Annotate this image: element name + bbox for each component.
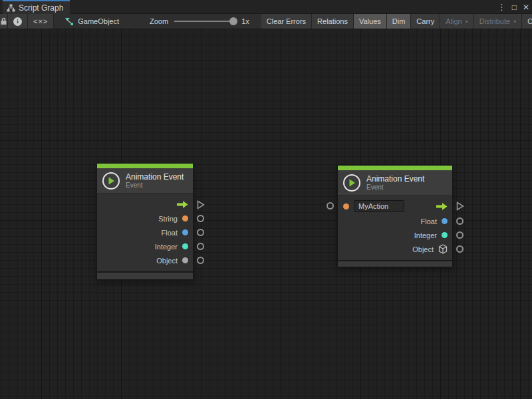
port-row-object: Object xyxy=(338,242,452,256)
node-header[interactable]: Animation Event Event xyxy=(97,168,193,194)
event-play-icon xyxy=(102,172,120,190)
integer-output-port[interactable] xyxy=(197,243,204,250)
overview-button[interactable]: Overv xyxy=(522,14,532,29)
integer-type-dot xyxy=(182,243,188,249)
exec-flow-arrow-icon xyxy=(177,200,188,209)
port-label: Integer xyxy=(414,231,437,239)
tab-title: Script Graph xyxy=(19,3,63,13)
node-subtitle: Event xyxy=(366,184,424,192)
chevron-down-icon: ▾ xyxy=(466,19,468,25)
port-label: Float xyxy=(162,229,178,237)
exec-output-port[interactable] xyxy=(456,201,464,211)
tab-strip: Script Graph ⋮ □ ✕ xyxy=(0,0,532,14)
zoom-value: 1x xyxy=(241,17,249,25)
object-type-dot xyxy=(182,257,188,263)
graph-target[interactable]: GameObject xyxy=(59,14,124,29)
float-output-port[interactable] xyxy=(456,217,464,225)
node-footer xyxy=(97,271,193,279)
port-row-float: Float xyxy=(97,225,193,239)
window-controls: ⋮ □ ✕ xyxy=(497,0,529,14)
string-type-dot xyxy=(343,203,349,209)
values-label: Values xyxy=(359,17,381,25)
zoom-label: Zoom xyxy=(150,17,168,25)
lock-icon xyxy=(0,17,7,25)
integer-output-port[interactable] xyxy=(456,231,464,239)
graph-toolbar: i <×> GameObject Zoom 1x Clear Errors Re… xyxy=(0,14,532,29)
distribute-label: Distribute xyxy=(479,17,510,25)
node-body: String Float Integer Object xyxy=(97,194,193,271)
event-play-icon xyxy=(343,174,360,192)
chevron-down-icon: ▾ xyxy=(513,19,516,25)
close-icon[interactable]: ✕ xyxy=(523,3,529,12)
event-name-field[interactable] xyxy=(354,200,404,212)
node-header[interactable]: Animation Event Event xyxy=(338,170,452,196)
node-title: Animation Event xyxy=(366,174,424,184)
lock-button[interactable] xyxy=(0,14,8,29)
zoom-control: Zoom 1x xyxy=(143,14,256,29)
float-type-dot xyxy=(182,229,188,235)
graph-canvas[interactable]: Animation Event Event String xyxy=(0,29,532,399)
exec-output-row xyxy=(97,198,193,211)
port-label: Object xyxy=(156,257,178,265)
values-toggle[interactable]: Values xyxy=(354,14,387,29)
exec-flow-arrow-icon xyxy=(436,202,448,211)
clear-errors-label: Clear Errors xyxy=(267,17,306,25)
node-title: Animation Event xyxy=(126,172,184,182)
port-row-string: String xyxy=(97,211,193,225)
port-label: Float xyxy=(421,217,437,225)
node-color-bar xyxy=(338,166,452,170)
graph-icon xyxy=(7,4,15,12)
cube-icon xyxy=(438,244,448,254)
node-animation-event-1[interactable]: Animation Event Event String xyxy=(96,163,194,280)
overview-label: Overv xyxy=(527,17,532,25)
zoom-slider-handle[interactable] xyxy=(229,17,237,25)
dim-label: Dim xyxy=(392,17,406,25)
port-row-object: Object xyxy=(97,253,193,267)
clear-errors-button[interactable]: Clear Errors xyxy=(261,14,312,29)
maximize-icon[interactable]: □ xyxy=(512,3,517,12)
graph-target-label: GameObject xyxy=(78,17,119,25)
carry-label: Carry xyxy=(416,17,434,25)
object-output-port[interactable] xyxy=(456,245,464,253)
script-graph-window: Script Graph ⋮ □ ✕ i <×> GameOb xyxy=(0,0,532,399)
node-subtitle: Event xyxy=(126,182,184,190)
port-row-float: Float xyxy=(338,214,452,228)
string-output-port[interactable] xyxy=(197,215,204,222)
node-color-bar xyxy=(97,164,193,168)
name-input-row xyxy=(338,198,452,214)
port-row-integer: Integer xyxy=(338,228,452,242)
tab-script-graph[interactable]: Script Graph xyxy=(3,0,70,14)
port-label: Object xyxy=(412,245,434,253)
distribute-dropdown[interactable]: Distribute ▾ xyxy=(474,14,522,29)
port-row-integer: Integer xyxy=(97,239,193,253)
port-label: String xyxy=(158,215,178,223)
carry-toggle[interactable]: Carry xyxy=(411,14,440,29)
node-animation-event-2[interactable]: Animation Event Event Float xyxy=(337,165,453,267)
float-output-port[interactable] xyxy=(197,229,204,236)
align-label: Align xyxy=(446,17,462,25)
code-icon: <×> xyxy=(33,17,48,25)
node-body: Float Integer Object xyxy=(338,196,452,260)
integer-type-dot xyxy=(442,232,448,238)
dim-toggle[interactable]: Dim xyxy=(387,14,412,29)
port-label: Integer xyxy=(155,243,178,251)
exec-output-port[interactable] xyxy=(197,200,205,209)
gameobject-icon xyxy=(65,17,74,26)
name-input-port[interactable] xyxy=(327,202,334,209)
code-preview-button[interactable]: <×> xyxy=(28,14,54,29)
float-type-dot xyxy=(442,218,448,224)
align-dropdown[interactable]: Align ▾ xyxy=(440,14,473,29)
window-menu-icon[interactable]: ⋮ xyxy=(497,2,506,12)
string-type-dot xyxy=(182,215,188,221)
zoom-slider[interactable] xyxy=(174,21,235,22)
info-button[interactable]: i xyxy=(8,14,28,29)
node-footer xyxy=(338,260,452,267)
relations-button[interactable]: Relations xyxy=(312,14,354,29)
info-icon: i xyxy=(13,17,22,26)
object-output-port[interactable] xyxy=(197,257,204,264)
relations-label: Relations xyxy=(317,17,348,25)
